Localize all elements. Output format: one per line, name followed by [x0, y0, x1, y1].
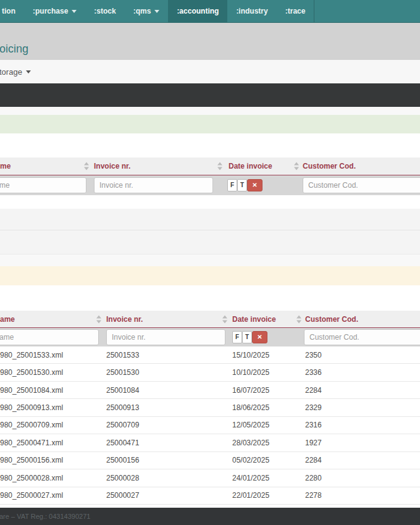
nav-item-accounting[interactable]: :accounting	[168, 0, 227, 22]
nav-item-label: :trace	[285, 7, 306, 15]
toolbar: torage	[0, 60, 420, 83]
customer-cod-filter-input[interactable]	[304, 329, 420, 345]
nav-item-tion[interactable]: tion	[0, 0, 24, 22]
cell-date-invoice: 10/10/2025	[232, 368, 269, 377]
cell-file-name: 980_25000913.xml	[0, 403, 63, 412]
page-title: oicing	[0, 43, 28, 60]
nav-item-industry[interactable]: :industry	[227, 0, 276, 22]
cell-date-invoice: 15/10/2025	[232, 351, 269, 359]
date-to-button[interactable]: T	[242, 331, 252, 343]
sort-icon[interactable]	[294, 162, 299, 170]
nav-item-label: :stock	[94, 7, 116, 15]
nav-item-purchase[interactable]: :purchase	[24, 0, 85, 22]
cell-invoice-nr: 25000028	[106, 474, 139, 482]
table-filter-row: F T ✕	[0, 328, 420, 346]
clear-date-filter-button[interactable]: ✕	[252, 331, 267, 343]
cell-file-name: 980_25000028.xml	[0, 474, 63, 482]
date-from-button[interactable]: F	[232, 331, 242, 343]
cell-invoice-nr: 25000913	[106, 403, 139, 412]
column-header-file-name[interactable]: ame	[0, 315, 15, 324]
cell-customer-cod: 2329	[305, 403, 322, 412]
table-filter-row: F T ✕	[0, 175, 420, 195]
cell-customer-cod: 2336	[305, 368, 322, 377]
invoice-search-table: me Invoice nr. Date invoice Customer Cod…	[0, 158, 420, 195]
table-row[interactable]: 980_25001084.xml 25001084 16/07/2025 228…	[0, 382, 420, 399]
cell-customer-cod: 2350	[305, 351, 322, 359]
column-header-customer-cod[interactable]: Customer Cod.	[303, 162, 356, 170]
cell-invoice-nr: 25000156	[106, 456, 139, 464]
table-row[interactable]: 980_25001530.xml 25001530 10/10/2025 233…	[0, 364, 420, 381]
page-header: oicing	[0, 23, 420, 60]
column-header-name[interactable]: me	[0, 162, 10, 170]
cell-date-invoice: 18/06/2025	[232, 403, 269, 412]
table-row[interactable]: 980_25000028.xml 25000028 24/01/2025 228…	[0, 469, 420, 487]
cell-file-name: 980_25000471.xml	[0, 439, 63, 447]
table-row[interactable]: 980_25000709.xml 25000709 12/05/2025 231…	[0, 417, 420, 434]
name-filter-input[interactable]	[0, 177, 86, 193]
column-header-date-invoice[interactable]: Date invoice	[229, 162, 272, 170]
sort-icon[interactable]	[84, 162, 89, 170]
cell-customer-cod: 1927	[305, 439, 322, 447]
date-from-button[interactable]: F	[227, 179, 237, 191]
cell-invoice-nr: 25001533	[106, 351, 139, 359]
date-to-button[interactable]: T	[237, 179, 247, 191]
cell-date-invoice: 12/05/2025	[232, 421, 269, 429]
table-row[interactable]: 980_25000471.xml 25000471 28/03/2025 192…	[0, 434, 420, 452]
sort-icon[interactable]	[96, 315, 101, 323]
column-header-date-invoice[interactable]: Date invoice	[232, 315, 276, 324]
table-row[interactable]: 980_25000027.xml 25000027 22/01/2025 227…	[0, 487, 420, 505]
cell-date-invoice: 24/01/2025	[232, 474, 269, 482]
sort-icon[interactable]	[222, 315, 227, 323]
warning-banner	[0, 266, 420, 285]
nav-item-label: :accounting	[177, 7, 219, 15]
customer-cod-filter-input[interactable]	[303, 177, 420, 193]
cell-invoice-nr: 25000709	[106, 421, 139, 429]
cell-customer-cod: 2284	[305, 386, 322, 395]
cell-customer-cod: 2280	[305, 474, 322, 482]
close-icon: ✕	[257, 334, 262, 340]
empty-row	[0, 230, 420, 254]
empty-row	[0, 254, 420, 266]
column-header-invoice-nr[interactable]: Invoice nr.	[106, 315, 143, 324]
table-row[interactable]: 980_25000913.xml 25000913 18/06/2025 232…	[0, 399, 420, 416]
footer-vat-text: are – VAT Reg.: 04314390271	[0, 513, 90, 520]
page-footer: are – VAT Reg.: 04314390271	[0, 508, 420, 525]
nav-item-label: :purchase	[33, 7, 68, 15]
clear-date-filter-button[interactable]: ✕	[247, 179, 262, 191]
nav-item-stock[interactable]: :stock	[85, 0, 124, 22]
spacer	[0, 195, 420, 209]
main-navbar: tion :purchase :stock :qms :accounting :…	[0, 0, 420, 23]
action-bar	[0, 83, 420, 107]
table-row[interactable]: 980_25000156.xml 25000156 05/02/2025 228…	[0, 452, 420, 469]
cell-file-name: 980_25000156.xml	[0, 456, 63, 464]
sort-icon[interactable]	[217, 162, 222, 170]
nav-item-trace[interactable]: :trace	[277, 0, 315, 22]
invoice-nr-filter-input[interactable]	[106, 329, 225, 345]
storage-dropdown-label: torage	[0, 67, 22, 77]
cell-date-invoice: 22/01/2025	[232, 491, 269, 500]
close-icon: ✕	[252, 182, 257, 188]
empty-row	[0, 209, 420, 230]
chevron-down-icon	[154, 10, 159, 13]
chevron-down-icon	[26, 70, 31, 74]
file-name-filter-input[interactable]	[0, 329, 99, 345]
cell-customer-cod: 2284	[305, 456, 322, 464]
invoice-results-table: ame Invoice nr. Date invoice Customer Co…	[0, 311, 420, 505]
storage-dropdown[interactable]: torage	[0, 67, 31, 77]
nav-item-label: :industry	[236, 7, 267, 15]
cell-file-name: 980_25000027.xml	[0, 491, 63, 500]
sort-icon[interactable]	[296, 315, 301, 323]
app-window: tion :purchase :stock :qms :accounting :…	[0, 0, 420, 525]
cell-file-name: 980_25001084.xml	[0, 386, 63, 395]
column-header-customer-cod[interactable]: Customer Cod.	[305, 315, 358, 324]
cell-invoice-nr: 25000471	[106, 439, 139, 447]
nav-item-qms[interactable]: :qms	[125, 0, 169, 22]
table-row[interactable]: 980_25001533.xml 25001533 15/10/2025 235…	[0, 346, 420, 364]
cell-date-invoice: 16/07/2025	[232, 386, 269, 395]
column-header-invoice-nr[interactable]: Invoice nr.	[94, 162, 130, 170]
invoice-nr-filter-input[interactable]	[94, 177, 213, 193]
cell-file-name: 980_25000709.xml	[0, 421, 63, 429]
cell-invoice-nr: 25000027	[106, 491, 139, 500]
cell-date-invoice: 05/02/2025	[232, 456, 269, 464]
cell-invoice-nr: 25001530	[106, 368, 139, 377]
